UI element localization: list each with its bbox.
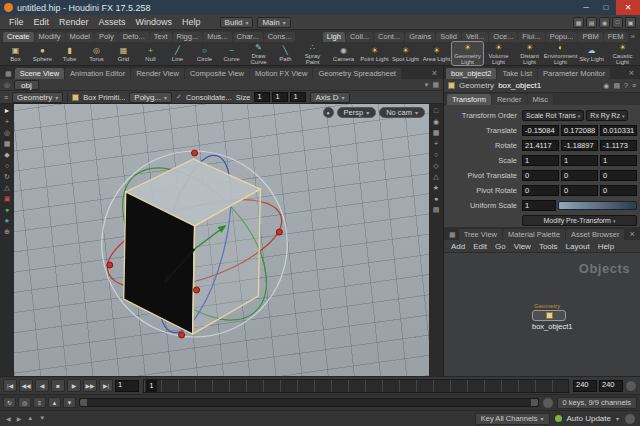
size-field[interactable]: 1: [290, 92, 306, 102]
param-header-icon[interactable]: ?: [624, 82, 628, 90]
maximize-button[interactable]: □: [596, 0, 616, 15]
translate-field[interactable]: 0.172088: [561, 125, 598, 136]
pane-close-icon[interactable]: ×: [428, 68, 441, 79]
viewport-tool-icon[interactable]: ★: [4, 217, 10, 225]
viewport-display-icon[interactable]: ▤: [433, 206, 440, 214]
param-header-icon[interactable]: ≡: [632, 82, 636, 90]
shelf-tab[interactable]: Cons...: [264, 32, 296, 42]
lock-icon[interactable]: ●: [323, 107, 334, 118]
gizmo-handle-dot[interactable]: [192, 150, 198, 156]
menubar-tool-icon[interactable]: ◉: [599, 17, 610, 28]
geometry-mode-dropdown[interactable]: Geometry: [12, 92, 63, 103]
pane-menu-icon[interactable]: ▦: [446, 229, 459, 240]
viewport-tool-icon[interactable]: ►: [4, 107, 11, 115]
network-menu-item[interactable]: Add: [447, 242, 469, 251]
menu-item[interactable]: File: [4, 17, 29, 27]
pane-tab[interactable]: Geometry Spreadsheet: [313, 68, 401, 79]
viewport-tool-icon[interactable]: ▦: [4, 140, 11, 148]
pin-icon[interactable]: ◎: [4, 81, 10, 89]
shelf-tool[interactable]: +Null: [137, 42, 164, 65]
shelf-tool[interactable]: ☀Geometry Light: [452, 42, 483, 65]
shelf-tab[interactable]: Flui...: [518, 32, 544, 42]
shelf-tab-scroll-icon[interactable]: »: [629, 32, 637, 42]
pane-tab[interactable]: Motion FX View: [250, 68, 312, 79]
parameter-tab[interactable]: Render: [492, 94, 527, 105]
transport-button[interactable]: ▶: [67, 379, 81, 392]
menubar-tool-icon[interactable]: □: [612, 17, 623, 28]
auto-update-label[interactable]: Auto Update: [567, 414, 611, 423]
viewport-display-icon[interactable]: □: [434, 107, 438, 115]
shelf-tool[interactable]: ☀Spot Light: [390, 42, 421, 65]
shelf-tab[interactable]: Char...: [233, 32, 263, 42]
transform-order-dropdown[interactable]: Scale Rot Trans: [522, 110, 584, 121]
shelf-tool[interactable]: ◎Torus: [83, 42, 110, 65]
pane-tab[interactable]: Scene View: [15, 68, 64, 79]
shelf-tab[interactable]: Create: [3, 32, 34, 42]
gizmo-handle-dot[interactable]: [194, 287, 200, 293]
shelf-tool[interactable]: ╲Path: [272, 42, 299, 65]
viewport-tool-icon[interactable]: ▣: [4, 195, 11, 203]
network-menu-item[interactable]: Layout: [562, 242, 594, 251]
shelf-tool[interactable]: ☀Point Light: [359, 42, 390, 65]
network-editor-canvas[interactable]: Objects Geometry box_object1: [444, 253, 640, 376]
consolidate-checkbox[interactable]: ✓: [176, 93, 182, 101]
shelf-tool[interactable]: ✎Draw Curve: [245, 42, 272, 65]
network-menu-item[interactable]: Edit: [469, 242, 491, 251]
scale-field[interactable]: 1: [561, 155, 598, 166]
playback-option-icon[interactable]: ↻: [3, 397, 16, 408]
node-name-field[interactable]: box_object1: [498, 81, 541, 90]
pane-tab[interactable]: Take List: [497, 68, 537, 79]
viewport-tool-icon[interactable]: ○: [5, 162, 9, 170]
shelf-tool[interactable]: ☀Area Light: [421, 42, 452, 65]
playback-option-icon[interactable]: ▲: [48, 397, 61, 408]
shelf-tool[interactable]: ╱Line: [164, 42, 191, 65]
viewport-tool-icon[interactable]: ●: [5, 206, 9, 214]
playback-option-icon[interactable]: ▼: [63, 397, 76, 408]
shelf-tab[interactable]: Cont...: [374, 32, 404, 42]
playhead-marker[interactable]: 1: [146, 380, 157, 392]
viewport-display-icon[interactable]: ●: [434, 195, 438, 203]
network-menu-item[interactable]: Help: [594, 242, 618, 251]
build-desktop-dropdown[interactable]: Build: [220, 17, 254, 28]
modify-pretransform-dropdown[interactable]: Modify Pre-Transform: [522, 215, 637, 226]
uniform-scale-field[interactable]: 1: [522, 200, 556, 211]
shelf-tab[interactable]: Coll...: [346, 32, 373, 42]
polygon-type-dropdown[interactable]: Polyg...: [129, 92, 172, 103]
menubar-tool-icon[interactable]: ▦: [573, 17, 584, 28]
viewport-display-icon[interactable]: ○: [434, 151, 438, 159]
param-header-icon[interactable]: ◉: [603, 82, 609, 90]
pivot-rotate-field[interactable]: 0: [522, 185, 559, 196]
pivot-rotate-field[interactable]: 0: [561, 185, 598, 196]
end-frame-field[interactable]: 240: [573, 380, 597, 392]
shelf-tab[interactable]: Poly: [95, 32, 118, 42]
playback-option-icon[interactable]: ≡: [33, 397, 46, 408]
shelf-tab[interactable]: Ligh: [323, 32, 345, 42]
pane-tab[interactable]: Parameter Monitor: [538, 68, 610, 79]
transport-button[interactable]: ◀: [35, 379, 49, 392]
viewport-display-icon[interactable]: ◇: [433, 162, 438, 170]
network-menu-item[interactable]: Tools: [535, 242, 562, 251]
shelf-tool[interactable]: ○Circle: [191, 42, 218, 65]
shelf-tab[interactable]: Defo...: [119, 32, 149, 42]
pathbar-icon[interactable]: ▾: [425, 81, 429, 89]
shelf-tab[interactable]: Text: [150, 32, 172, 42]
main-desktop-dropdown[interactable]: Main: [257, 17, 290, 28]
viewport-3d-scene[interactable]: ● Persp No cam: [14, 104, 429, 376]
key-all-channels-dropdown[interactable]: Key All Channels: [475, 413, 550, 425]
global-range-slider[interactable]: [79, 398, 539, 407]
translate-field[interactable]: -0.15084: [522, 125, 559, 136]
pane-menu-icon[interactable]: ▦: [2, 68, 15, 79]
menu-item[interactable]: Help: [177, 17, 206, 27]
pane-tab[interactable]: Animation Editor: [65, 68, 130, 79]
shelf-tool[interactable]: ☀Caustic Light: [607, 42, 638, 65]
status-icon[interactable]: ▼: [37, 415, 47, 422]
shelf-tab[interactable]: Mus...: [203, 32, 231, 42]
viewport-tool-icon[interactable]: ⊕: [4, 228, 10, 236]
parameter-tab[interactable]: Transform: [447, 94, 491, 105]
param-header-icon[interactable]: ▤: [613, 82, 620, 90]
transport-button[interactable]: ▶|: [99, 379, 113, 392]
viewport-display-icon[interactable]: ◉: [433, 118, 439, 126]
size-field[interactable]: 1: [254, 92, 270, 102]
rotate-field[interactable]: 21.4117: [522, 140, 559, 151]
shelf-tab[interactable]: Vell...: [462, 32, 488, 42]
